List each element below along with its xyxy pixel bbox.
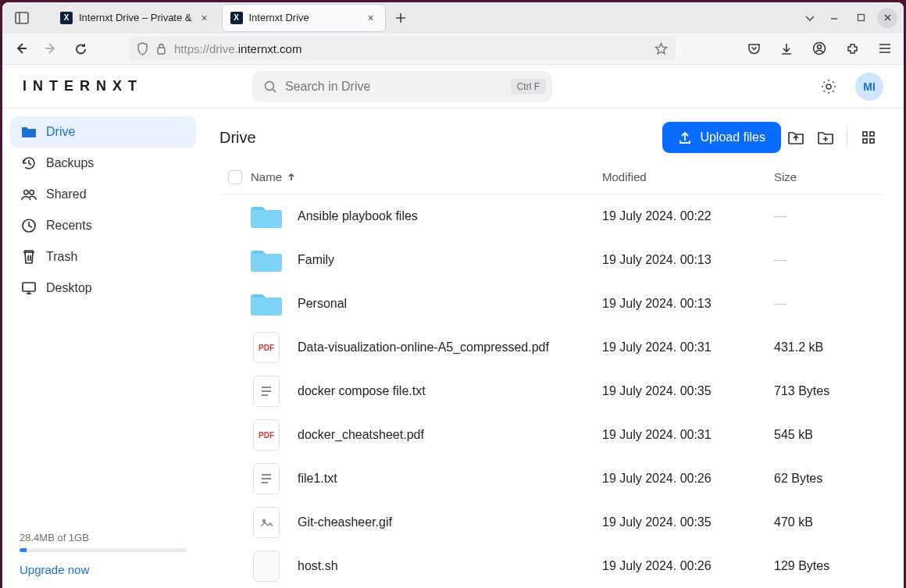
grid-view-button[interactable]: [854, 123, 883, 152]
pocket-icon[interactable]: [743, 37, 765, 59]
file-size: 470 kB: [774, 515, 883, 529]
upgrade-link[interactable]: Upgrade now: [20, 563, 89, 576]
tab-favicon: X: [230, 12, 243, 24]
main-toolbar: Drive Upload files: [219, 119, 883, 155]
reload-button[interactable]: [70, 37, 91, 59]
tabs-dropdown[interactable]: [799, 7, 821, 29]
file-size: 129 Bytes: [774, 559, 883, 573]
file-name: Personal: [298, 297, 347, 311]
sidebar-item-backups[interactable]: Backups: [10, 148, 196, 179]
file-size: 62 Bytes: [774, 472, 883, 486]
table-row[interactable]: docker compose file.txt19 July 2024. 00:…: [219, 369, 883, 413]
file-name: file1.txt: [298, 472, 337, 486]
account-icon[interactable]: [808, 37, 830, 59]
file-name: docker compose file.txt: [298, 384, 426, 398]
browser-tab-0[interactable]: X Internxt Drive – Private & ×: [52, 4, 219, 32]
svg-rect-35: [870, 132, 874, 136]
file-name: Git-cheasheer.gif: [298, 515, 392, 529]
bookmark-icon[interactable]: [655, 42, 668, 55]
sidebar-item-drive[interactable]: Drive: [10, 116, 196, 148]
table-row[interactable]: host.sh19 July 2024. 00:26129 Bytes: [219, 544, 883, 588]
window-close[interactable]: [877, 8, 897, 28]
column-name[interactable]: Name: [251, 170, 602, 184]
column-modified[interactable]: Modified: [602, 170, 774, 184]
app-header: INTERNXT Ctrl F MI: [2, 65, 904, 109]
sidebar-item-shared[interactable]: Shared: [10, 179, 196, 210]
sidebar-item-trash[interactable]: Trash: [10, 241, 196, 273]
sort-asc-icon: [287, 173, 296, 182]
storage-text: 28.4MB of 1GB: [20, 532, 187, 543]
svg-point-15: [818, 45, 822, 49]
browser-tab-1[interactable]: X Internxt Drive ×: [222, 4, 386, 32]
search-shortcut: Ctrl F: [511, 79, 546, 94]
folder-icon: [251, 201, 282, 232]
upload-folder-button[interactable]: [781, 123, 811, 152]
table-row[interactable]: Git-cheasheer.gif19 July 2024. 00:35470 …: [219, 501, 883, 544]
history-icon: [21, 155, 37, 171]
address-bar[interactable]: https://drive.internxt.com: [129, 36, 676, 61]
img-icon: [251, 507, 282, 538]
file-rows: Ansible playbook files19 July 2024. 00:2…: [219, 194, 883, 588]
file-modified: 19 July 2024. 00:31: [602, 340, 774, 355]
new-folder-button[interactable]: [811, 123, 840, 152]
window-minimize[interactable]: [824, 8, 844, 28]
svg-line-20: [273, 89, 276, 92]
tab-favicon: X: [60, 12, 73, 24]
settings-button[interactable]: [818, 76, 840, 98]
file-name: host.sh: [298, 559, 338, 573]
sidebar-item-label: Backups: [46, 156, 94, 170]
forward-button[interactable]: [40, 37, 62, 59]
window-maximize[interactable]: [851, 8, 871, 28]
table-row[interactable]: PDFdocker_cheatsheet.pdf19 July 2024. 00…: [219, 413, 883, 457]
folder-icon: [251, 244, 282, 276]
svg-marker-11: [656, 43, 667, 53]
browser-sidebar-toggle[interactable]: [9, 6, 35, 30]
column-size[interactable]: Size: [774, 170, 883, 184]
table-row[interactable]: PDFData-visualization-online-A5_compress…: [219, 326, 883, 369]
sidebar-item-label: Drive: [46, 125, 75, 139]
hamburger-icon[interactable]: [874, 37, 896, 59]
folder-icon: [251, 288, 282, 319]
clock-icon: [21, 218, 37, 233]
svg-rect-0: [16, 12, 28, 23]
svg-point-23: [30, 191, 34, 194]
file-name: docker_cheatsheet.pdf: [298, 428, 424, 442]
file-modified: 19 July 2024. 00:22: [602, 209, 774, 223]
close-icon[interactable]: ×: [198, 12, 211, 24]
folder-icon: [21, 124, 37, 140]
pdf-icon: PDF: [251, 419, 282, 451]
pdf-icon: PDF: [251, 332, 282, 363]
page-title: Drive: [219, 129, 256, 147]
file-modified: 19 July 2024. 00:26: [602, 559, 774, 573]
file-size: 545 kB: [774, 428, 883, 442]
table-row[interactable]: Personal19 July 2024. 00:13—: [219, 282, 883, 326]
extensions-icon[interactable]: [841, 37, 863, 59]
table-row[interactable]: file1.txt19 July 2024. 00:2662 Bytes: [219, 457, 883, 501]
sidebar-item-recents[interactable]: Recents: [10, 210, 196, 241]
sidebar-item-label: Trash: [46, 250, 77, 264]
svg-point-22: [24, 191, 28, 194]
new-tab-button[interactable]: [389, 6, 412, 30]
svg-rect-5: [858, 15, 864, 21]
search-icon: [263, 80, 277, 94]
upload-files-button[interactable]: Upload files: [662, 122, 781, 153]
lock-icon: [156, 43, 166, 55]
table-row[interactable]: Ansible playbook files19 July 2024. 00:2…: [219, 194, 883, 238]
search-bar[interactable]: Ctrl F: [252, 71, 552, 102]
select-all-checkbox[interactable]: [228, 170, 242, 184]
avatar[interactable]: MI: [855, 73, 883, 101]
svg-point-19: [266, 81, 274, 90]
file-size: —: [774, 209, 883, 223]
sidebar: Drive Backups Shared Recents Trash: [2, 109, 204, 588]
blank-icon: [251, 551, 282, 582]
file-size: 431.2 kB: [774, 340, 883, 355]
close-icon[interactable]: ×: [365, 12, 377, 24]
sidebar-item-desktop[interactable]: Desktop: [10, 273, 196, 304]
back-button[interactable]: [10, 37, 32, 59]
downloads-icon[interactable]: [776, 37, 797, 59]
upload-label: Upload files: [700, 130, 765, 144]
sidebar-item-label: Recents: [46, 219, 92, 233]
table-row[interactable]: Family19 July 2024. 00:13—: [219, 238, 883, 282]
tab-label: Internxt Drive: [249, 12, 358, 23]
search-input[interactable]: [285, 80, 503, 94]
